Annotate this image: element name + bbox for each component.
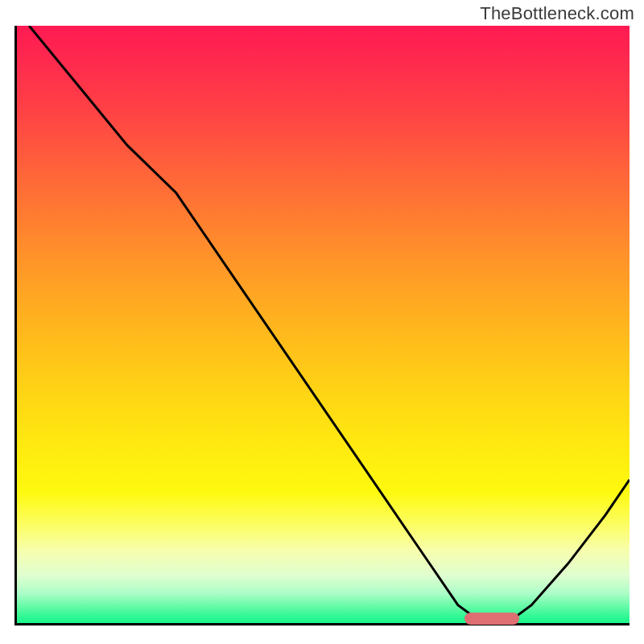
- watermark-text: TheBottleneck.com: [480, 3, 634, 24]
- curve-line: [17, 26, 630, 623]
- chart-container: [14, 26, 630, 630]
- optimal-marker: [464, 613, 519, 625]
- plot-area: [14, 26, 630, 625]
